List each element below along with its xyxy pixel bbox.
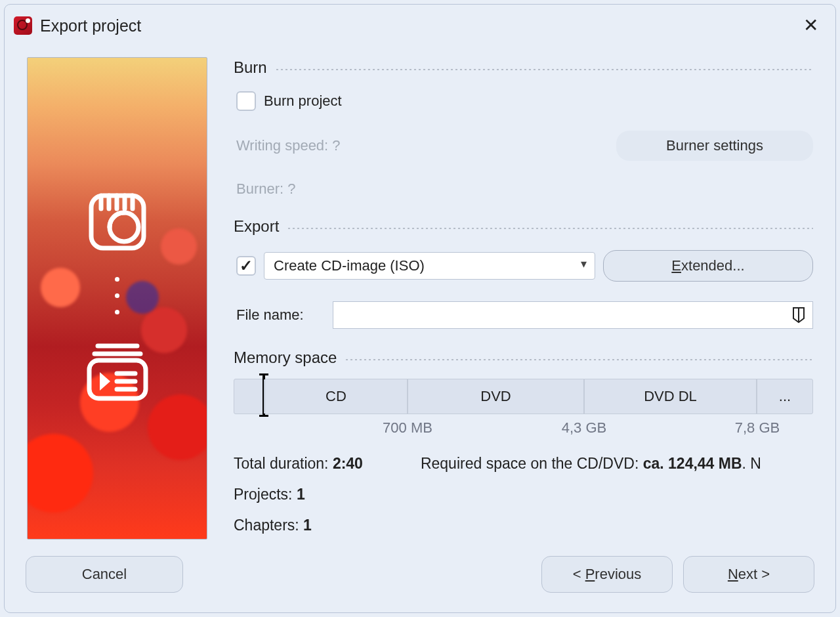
memory-seg-dvddl: DVD DL — [585, 379, 757, 414]
cancel-button-label: Cancel — [82, 566, 127, 582]
memory-section-title: Memory space — [234, 349, 337, 367]
window-title: Export project — [40, 16, 141, 35]
export-checkbox[interactable] — [236, 256, 256, 276]
total-duration-value: 2:40 — [333, 455, 363, 472]
burn-project-row: Burn project — [236, 91, 813, 111]
burner-label: Burner: ? — [236, 181, 296, 198]
memory-seg-more: ... — [757, 379, 812, 414]
writing-speed-row: Writing speed: ? Burner settings — [236, 131, 813, 161]
browse-folder-icon[interactable] — [789, 305, 808, 328]
projects-row: Projects: 1 — [234, 486, 363, 503]
burner-row: Burner: ? — [236, 181, 813, 198]
chapters-row: Chapters: 1 — [234, 517, 363, 534]
previous-button-label: < Previous — [573, 566, 642, 582]
burn-project-checkbox[interactable] — [236, 91, 256, 111]
filename-input[interactable] — [333, 301, 813, 329]
divider-dots — [275, 69, 813, 70]
filename-row: File name: — [236, 301, 813, 329]
projects-value: 1 — [297, 486, 305, 503]
close-button[interactable]: ✕ — [798, 14, 824, 37]
total-duration-row: Total duration: 2:40 — [234, 455, 363, 473]
chapters-value: 1 — [303, 517, 312, 534]
titlebar: Export project ✕ — [5, 5, 835, 44]
memory-seg-dvd: DVD — [408, 379, 585, 414]
memory-ticks: 700 MB 4,3 GB 7,8 GB — [234, 419, 813, 438]
memory-bar-container: CD DVD DVD DL ... — [234, 376, 813, 414]
output-media-icon — [81, 334, 154, 406]
export-format-value: Create CD-image (ISO) — [274, 257, 425, 274]
burn-project-label: Burn project — [264, 93, 342, 110]
memory-bar: CD DVD DVD DL ... — [234, 379, 813, 414]
burner-settings-button[interactable]: Burner settings — [616, 131, 813, 161]
burn-section-title: Burn — [234, 58, 267, 77]
next-button[interactable]: Next > — [683, 556, 814, 593]
previous-button[interactable]: < Previous — [541, 556, 673, 593]
content-panel: Burn Burn project Writing speed: ? Burne… — [234, 57, 813, 538]
total-duration-label: Total duration: — [234, 455, 333, 472]
cancel-button[interactable]: Cancel — [26, 556, 183, 593]
source-media-icon — [85, 189, 150, 255]
burner-settings-label: Burner settings — [666, 137, 763, 154]
burn-section-header: Burn — [234, 58, 813, 77]
export-format-select[interactable]: Create CD-image (ISO) — [264, 252, 595, 280]
export-section-header: Export — [234, 217, 813, 236]
divider-dots — [287, 228, 813, 229]
memory-section-header: Memory space — [234, 349, 813, 367]
required-space-label: Required space on the CD/DVD: — [421, 455, 643, 472]
tick-700mb: 700 MB — [383, 419, 432, 436]
writing-speed-label: Writing speed: ? — [236, 137, 341, 154]
extended-button[interactable]: Extended... — [603, 250, 813, 282]
next-button-label: Next > — [728, 566, 770, 582]
memory-seg-cd: CD — [265, 379, 408, 414]
required-space-suffix: . N — [742, 455, 761, 472]
tick-7-8gb: 7,8 GB — [735, 419, 780, 436]
filename-label: File name: — [236, 307, 304, 324]
projects-label: Projects: — [234, 486, 297, 503]
chapters-label: Chapters: — [234, 517, 303, 534]
export-project-dialog: Export project ✕ — [4, 4, 836, 613]
dialog-footer: Cancel < Previous Next > — [5, 544, 835, 612]
export-type-row: Create CD-image (ISO) Extended... — [236, 250, 813, 282]
required-space-value: ca. 124,44 MB — [643, 455, 742, 472]
app-icon — [14, 16, 32, 35]
tick-4-3gb: 4,3 GB — [562, 419, 606, 436]
stats-block: Total duration: 2:40 Projects: 1 Chapter… — [234, 455, 813, 534]
memory-seg-start — [234, 379, 265, 414]
extended-button-label: Extended... — [671, 257, 744, 274]
dialog-body: Burn Burn project Writing speed: ? Burne… — [5, 44, 835, 544]
divider-dots — [345, 359, 813, 360]
required-space-row: Required space on the CD/DVD: ca. 124,44… — [421, 455, 813, 473]
side-illustration — [27, 57, 207, 540]
export-section-title: Export — [234, 217, 279, 236]
